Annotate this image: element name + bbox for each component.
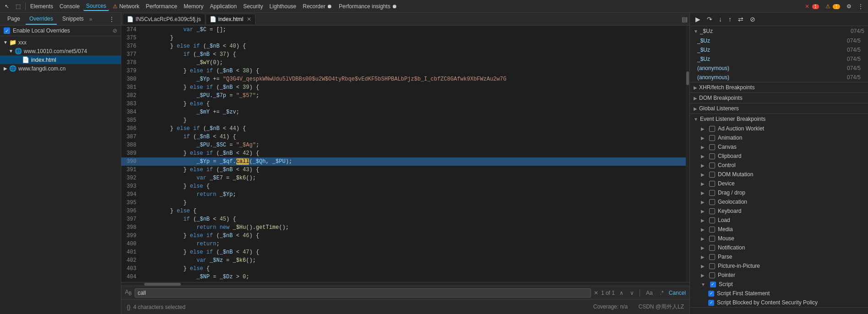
tab-security[interactable]: Security	[240, 2, 266, 11]
bp-parse[interactable]: ▶ Parse	[690, 252, 868, 261]
load-checkbox[interactable]	[709, 217, 715, 223]
tab-snippets[interactable]: Snippets	[59, 14, 87, 25]
global-listeners-header[interactable]: ▶ Global Listeners	[690, 103, 868, 114]
call-stack-item-2[interactable]: _$Uz 074/5	[690, 45, 868, 54]
scr-csp-checkbox[interactable]: ✓	[708, 300, 714, 306]
dev-checkbox[interactable]	[709, 181, 715, 187]
bp-ad-auction[interactable]: ▶ Ad Auction Worklet	[690, 124, 868, 133]
tree-file-index[interactable]: 📄 index.html	[0, 55, 121, 64]
call-stack-item-4[interactable]: (anonymous) 074/5	[690, 64, 868, 73]
call-stack-item-1[interactable]: _$Uz 074/5	[690, 36, 868, 45]
cursor-btn[interactable]: ↖	[2, 2, 12, 11]
more-options-btn[interactable]: ⋮	[106, 15, 117, 23]
cancel-search-btn[interactable]: Cancel	[669, 290, 686, 296]
bp-load[interactable]: ▶ Load	[690, 216, 868, 225]
tab-performance[interactable]: Performance	[143, 2, 180, 11]
code-scrollbar[interactable]	[686, 26, 689, 282]
tree-folder-10010[interactable]: ▼ 🌐 www.10010.com/net5/074	[0, 47, 121, 55]
bp-mouse[interactable]: ▶ Mouse	[690, 234, 868, 243]
tree-folder-fangdi[interactable]: ▶ 🌐 www.fangdi.com.cn	[0, 64, 121, 73]
bp-script-csp[interactable]: ✓ Script Blocked by Content Security Pol…	[690, 298, 868, 307]
tab-console[interactable]: Console	[57, 2, 82, 11]
search-prev-btn[interactable]: ∧	[618, 289, 625, 297]
bp-dom-mutation[interactable]: ▶ DOM Mutation	[690, 170, 868, 179]
anim-checkbox[interactable]	[709, 135, 715, 141]
clear-overrides-btn[interactable]: ⊘	[113, 27, 117, 34]
scr-first-checkbox[interactable]: ✓	[708, 291, 714, 297]
tab-application[interactable]: Application	[207, 2, 239, 11]
step-btn[interactable]: ⇄	[736, 15, 745, 24]
bp-geolocation[interactable]: ▶ Geolocation	[690, 197, 868, 206]
code-scroll[interactable]: 374 var _$C = []; 375 } 376 } else if (_…	[121, 26, 686, 282]
tab-file-html[interactable]: 📄 index.html ✕	[206, 14, 256, 24]
bp-script[interactable]: ▼ ✓ Script	[690, 280, 868, 289]
parse-checkbox[interactable]	[709, 254, 715, 260]
search-input[interactable]	[135, 288, 591, 298]
search-next-btn[interactable]: ∨	[628, 289, 636, 297]
search-regex-toggle[interactable]: AB	[125, 289, 132, 296]
bp-notification[interactable]: ▶ Notification	[690, 243, 868, 252]
case-sensitive-btn[interactable]: Aa	[644, 288, 655, 298]
close-tab-html[interactable]: ✕	[247, 16, 251, 22]
bp-canvas[interactable]: ▶ Canvas	[690, 142, 868, 152]
regex-btn[interactable]: .*	[658, 288, 666, 298]
bp-device[interactable]: ▶ Device	[690, 179, 868, 188]
tab-elements[interactable]: Elements	[27, 2, 56, 11]
media-checkbox[interactable]	[709, 227, 715, 233]
tab-network[interactable]: ⚠ Network	[110, 2, 142, 11]
bp-script-first[interactable]: ✓ Script First Statement	[690, 289, 868, 298]
step-into-btn[interactable]: ↓	[717, 15, 724, 24]
bp-pip[interactable]: ▶ Picture-in-Picture	[690, 261, 868, 271]
deactivate-breakpoints-btn[interactable]: ⊘	[748, 15, 757, 24]
enable-checkbox[interactable]: ✓	[4, 27, 10, 34]
bp-control[interactable]: ▶ Control	[690, 161, 868, 170]
tab-overrides[interactable]: Overrides	[26, 14, 57, 25]
tab-file-js[interactable]: 📄 IN5CvLacRcP6.e309c5fj.js	[123, 14, 205, 24]
more-tabs-btn[interactable]: »	[89, 16, 92, 22]
more-tools-btn[interactable]: ⋮	[855, 2, 866, 11]
tab-memory[interactable]: Memory	[181, 2, 206, 11]
warning-count-btn[interactable]: ⚠ 1	[823, 2, 843, 11]
dom-mut-checkbox[interactable]	[709, 172, 715, 178]
scrollbar-thumb[interactable]	[686, 71, 689, 85]
tab-sources[interactable]: Sources	[83, 2, 109, 11]
tab-lighthouse[interactable]: Lighthouse	[267, 2, 299, 11]
clip-checkbox[interactable]	[709, 153, 715, 159]
dom-breakpoints-header[interactable]: ▶ DOM Breakpoints	[690, 93, 868, 103]
pip-checkbox[interactable]	[709, 263, 715, 269]
call-stack-item-3[interactable]: _$Uz 074/5	[690, 54, 868, 64]
call-stack-header[interactable]: ▼ _$Uz 074/5	[690, 26, 868, 36]
error-count-btn[interactable]: ✕ 1	[802, 2, 822, 11]
ptr-checkbox[interactable]	[709, 272, 715, 278]
resume-btn[interactable]: ▶	[694, 15, 702, 24]
key-checkbox[interactable]	[709, 208, 715, 214]
bp-drag-drop[interactable]: ▶ Drag / drop	[690, 188, 868, 197]
step-over-btn[interactable]: ↷	[705, 15, 714, 24]
bp-media[interactable]: ▶ Media	[690, 225, 868, 234]
bp-animation[interactable]: ▶ Animation	[690, 133, 868, 142]
canvas-checkbox[interactable]	[709, 144, 715, 150]
inspect-btn[interactable]: ⬚	[13, 2, 23, 11]
clear-search-btn[interactable]: ✕	[594, 290, 598, 296]
bp-clipboard[interactable]: ▶ Clipboard	[690, 152, 868, 161]
tab-recorder[interactable]: Recorder ⏺	[300, 2, 335, 11]
tab-page[interactable]: Page	[4, 14, 24, 25]
scr-checkbox[interactable]: ✓	[710, 282, 716, 287]
bp-keyboard[interactable]: ▶ Keyboard	[690, 206, 868, 216]
step-out-btn[interactable]: ↑	[727, 15, 733, 24]
call-stack-item-5[interactable]: (anonymous) 074/5	[690, 73, 868, 82]
drag-checkbox[interactable]	[709, 190, 715, 196]
collapse-code-btn[interactable]: ▤	[682, 16, 688, 23]
tree-folder-xxx[interactable]: ▼ 📁 xxx	[0, 38, 121, 47]
ctrl-checkbox[interactable]	[709, 162, 715, 168]
tab-perf-insights[interactable]: Performance insights ⏺	[336, 2, 400, 11]
notif-checkbox[interactable]	[709, 245, 715, 251]
mouse-checkbox[interactable]	[709, 236, 715, 242]
bp-pointer[interactable]: ▶ Pointer	[690, 271, 868, 280]
code-hscrollbar[interactable]	[121, 282, 689, 286]
ad-checkbox[interactable]	[709, 126, 715, 132]
geo-checkbox[interactable]	[709, 199, 715, 205]
event-listener-header[interactable]: ▼ Event Listener Breakpoints	[690, 114, 868, 124]
xhr-breakpoints-header[interactable]: ▶ XHR/fetch Breakpoints	[690, 82, 868, 92]
settings-btn[interactable]: ⚙	[844, 2, 854, 11]
